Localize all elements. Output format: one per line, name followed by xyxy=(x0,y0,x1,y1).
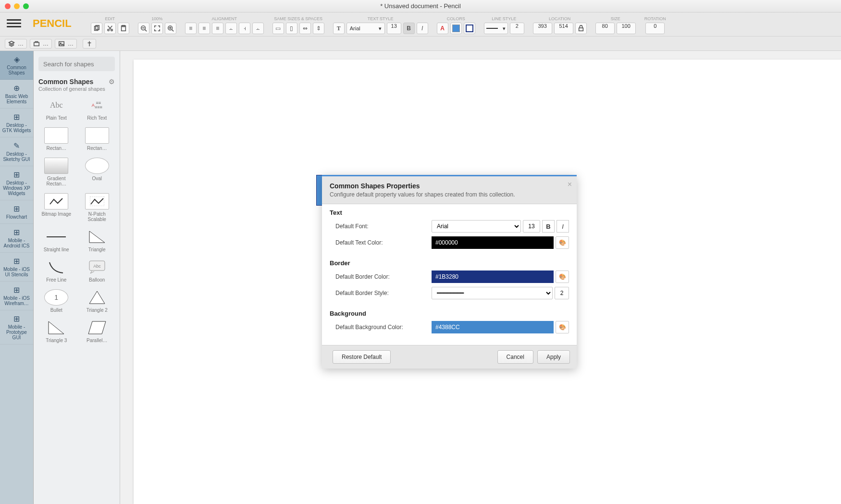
align-middle-button[interactable]: ⫞ xyxy=(239,23,250,34)
group-rotation: Rotation xyxy=(644,16,666,21)
shape-cell[interactable]: Rectan… xyxy=(38,127,74,151)
border-width-input[interactable] xyxy=(555,287,569,299)
align-top-button[interactable]: ⫠ xyxy=(225,23,237,34)
stroke-color-button[interactable] xyxy=(464,23,475,34)
rail-item[interactable]: ⊞Flowchart xyxy=(0,200,33,224)
same-hspace-button[interactable]: ⇔ xyxy=(299,23,311,34)
border-color-input[interactable]: #1B3280 xyxy=(432,270,554,283)
palette-icon[interactable]: 🎨 xyxy=(556,236,569,249)
shape-cell[interactable]: Triangle xyxy=(79,229,115,252)
shape-cell[interactable]: Oval xyxy=(79,158,115,186)
section-text: Text xyxy=(330,209,569,216)
rail-item[interactable]: ⊕Basic Web Elements xyxy=(0,80,33,109)
align-center-button[interactable]: ≡ xyxy=(198,23,210,34)
shape-cell[interactable]: N-Patch Scalable xyxy=(79,193,115,222)
same-vspace-button[interactable]: ⇕ xyxy=(313,23,324,34)
width-input[interactable]: 80 xyxy=(595,23,615,34)
palette-icon[interactable]: 🎨 xyxy=(556,321,569,333)
shape-cell[interactable]: Bitmap Image xyxy=(38,193,74,222)
zoom-in-button[interactable] xyxy=(165,23,176,34)
font-picker-button[interactable]: T xyxy=(333,23,345,34)
rail-item[interactable]: ⊞Mobile - iOS Wirefram… xyxy=(0,282,33,310)
border-style-select[interactable]: ━━━━━━━━ xyxy=(432,287,553,299)
cancel-button[interactable]: Cancel xyxy=(497,350,533,364)
zoom-fit-button[interactable] xyxy=(151,23,163,34)
assets-panel-tab[interactable]: … xyxy=(30,39,52,49)
rail-item[interactable]: ✎Desktop - Sketchy GUI xyxy=(0,137,33,166)
loc-y-input[interactable]: 514 xyxy=(554,23,573,34)
images-panel-tab[interactable]: … xyxy=(55,39,77,49)
bg-color-input[interactable]: #4388CC xyxy=(432,321,554,333)
same-width-button[interactable]: ▭ xyxy=(272,23,284,34)
border-style-label: Default Border Style: xyxy=(335,290,432,296)
default-font-select[interactable]: Arial xyxy=(432,220,521,233)
fill-color-button[interactable] xyxy=(450,23,462,34)
shape-cell[interactable]: A ≡≡≡≡≡Rich Text xyxy=(79,97,115,121)
pin-panel-tab[interactable] xyxy=(83,39,96,49)
rail-item[interactable]: ◈Common Shapes xyxy=(0,51,33,80)
bold-button[interactable]: B xyxy=(403,23,415,34)
search-input[interactable] xyxy=(38,57,115,71)
svg-marker-17 xyxy=(49,321,64,334)
align-bottom-button[interactable]: ⫠ xyxy=(252,23,264,34)
shape-cell[interactable]: Rectan… xyxy=(79,127,115,151)
svg-rect-9 xyxy=(34,42,39,46)
line-style-select[interactable]: ▾ xyxy=(484,23,508,34)
paste-button[interactable] xyxy=(118,23,129,34)
rail-item[interactable]: ⊞Mobile - iOS UI Stencils xyxy=(0,253,33,282)
group-zoom: 100% xyxy=(151,16,162,21)
svg-rect-10 xyxy=(59,41,64,46)
text-color-input[interactable]: #000000 xyxy=(432,236,554,249)
font-size-input[interactable]: 13 xyxy=(387,23,401,34)
same-height-button[interactable]: ▯ xyxy=(286,23,297,34)
align-left-button[interactable]: ≡ xyxy=(185,23,197,34)
shape-cell[interactable]: Triangle 3 xyxy=(38,320,74,343)
rail-item[interactable]: ⊞Desktop - GTK Widgets xyxy=(0,109,33,137)
shape-shelf: ⚙ Common Shapes Collection of general sh… xyxy=(34,51,120,504)
menu-button[interactable] xyxy=(7,17,21,30)
properties-dialog: × Common Shapes Properties Configure def… xyxy=(322,175,577,369)
bold-toggle[interactable]: B xyxy=(542,220,555,233)
cut-button[interactable] xyxy=(104,23,116,34)
palette-icon[interactable]: 🎨 xyxy=(556,270,569,283)
shape-cell[interactable]: AbcBalloon xyxy=(79,259,115,283)
height-input[interactable]: 100 xyxy=(617,23,636,34)
lock-button[interactable] xyxy=(575,23,587,34)
group-location: Location xyxy=(549,16,570,21)
shape-cell[interactable]: Straight line xyxy=(38,229,74,252)
italic-toggle[interactable]: I xyxy=(557,220,569,233)
shape-cell[interactable]: Gradient Rectan… xyxy=(38,158,74,186)
group-same: Same Sizes & Spaces xyxy=(274,16,322,21)
copy-button[interactable] xyxy=(91,23,102,34)
shape-cell[interactable]: 1Bullet xyxy=(38,289,74,313)
restore-default-button[interactable]: Restore Default xyxy=(333,350,391,364)
rotation-input[interactable]: 0 xyxy=(645,23,665,34)
group-colors: Colors xyxy=(447,16,465,21)
group-size: Size xyxy=(611,16,620,21)
font-select[interactable]: Arial▾ xyxy=(346,23,385,34)
rail-item[interactable]: ⊞Desktop - Windows XP Widgets xyxy=(0,166,33,200)
close-icon[interactable]: × xyxy=(568,180,572,189)
rail-item[interactable]: ⊞Mobile - Android ICS xyxy=(0,224,33,253)
shape-cell[interactable]: Triangle 2 xyxy=(79,289,115,313)
svg-point-2 xyxy=(107,29,109,31)
text-color-button[interactable]: A xyxy=(437,23,448,34)
shape-cell[interactable]: Free Line xyxy=(38,259,74,283)
loc-x-input[interactable]: 393 xyxy=(533,23,552,34)
default-font-size-input[interactable] xyxy=(523,220,540,233)
svg-rect-8 xyxy=(579,28,583,31)
zoom-out-button[interactable] xyxy=(138,23,149,34)
line-width-input[interactable]: 2 xyxy=(510,23,524,34)
window-title: * Unsaved document - Pencil xyxy=(0,2,841,10)
shape-cell[interactable]: AbcPlain Text xyxy=(38,97,74,121)
svg-text:Abc: Abc xyxy=(93,264,101,269)
rail-item[interactable]: ⊞Mobile - Prototype GUI xyxy=(0,310,33,344)
italic-button[interactable]: I xyxy=(417,23,428,34)
gear-icon[interactable]: ⚙ xyxy=(109,78,115,86)
svg-marker-18 xyxy=(88,321,106,334)
apply-button[interactable]: Apply xyxy=(537,350,570,364)
layers-panel-tab[interactable]: … xyxy=(5,39,27,49)
shape-cell[interactable]: Parallel… xyxy=(79,320,115,343)
svg-marker-16 xyxy=(89,291,105,304)
align-right-button[interactable]: ≡ xyxy=(212,23,223,34)
